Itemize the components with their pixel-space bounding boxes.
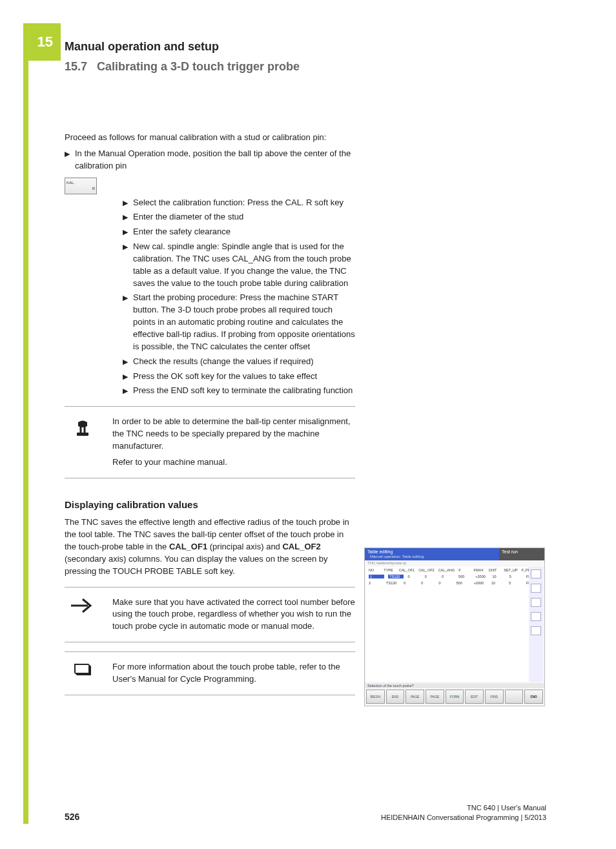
sub-step: ▶New cal. spindle angle: Spindle angle t… xyxy=(123,241,355,289)
note-book-text: For more information about the touch pro… xyxy=(112,661,355,686)
sc-col: FMAX xyxy=(474,568,485,572)
sc-cell: 500 xyxy=(457,581,470,585)
note-arrow: Make sure that you have activated the co… xyxy=(65,587,355,643)
softkey-label-top: KAL. xyxy=(67,180,75,186)
sc-cell: 0 xyxy=(442,575,455,578)
sc-cell: 5 xyxy=(509,581,522,585)
bullet-icon: ▶ xyxy=(123,197,133,209)
sc-side-button xyxy=(531,598,541,607)
sc-softkey: END xyxy=(386,690,405,704)
machine-icon xyxy=(65,416,101,440)
sc-header-row: NO TYPE CAL_OF1 CAL_OF2 CAL_ANG F FMAX D… xyxy=(366,567,543,573)
sc-cell: 10 xyxy=(491,581,505,585)
sub-step: ▶Enter the diameter of the stud xyxy=(123,211,355,223)
tnc-screenshot: Table editing Manual operation: Table ed… xyxy=(364,547,545,706)
body-column: Proceed as follows for manual calibratio… xyxy=(65,132,355,695)
sc-col: NO xyxy=(369,568,380,572)
main-step: ▶ In the Manual Operation mode, position… xyxy=(65,148,355,172)
sc-cell: 0 xyxy=(421,581,435,585)
sc-side-button xyxy=(531,584,541,593)
bullet-icon: ▶ xyxy=(123,226,133,238)
sc-softkey: FORM xyxy=(446,690,464,704)
sc-softkey-row: BEGIN END PAGE PAGE FORM EDIT FIND END xyxy=(365,690,544,705)
footer-right: TNC 640 | User's Manual HEIDENHAIN Conve… xyxy=(381,803,546,822)
sc-softkey-end: END xyxy=(524,690,543,704)
book-icon xyxy=(65,661,101,678)
cal-of2: CAL_OF2 xyxy=(282,542,320,551)
softkey-row: KAL. R xyxy=(65,178,355,194)
section-title: 15.7 Calibrating a 3-D touch trigger pro… xyxy=(65,60,546,74)
chapter-title: Manual operation and setup xyxy=(65,40,546,54)
softkey-label-r: R xyxy=(92,186,95,192)
sc-cell: 2 xyxy=(369,581,382,585)
sc-side-button xyxy=(531,612,541,621)
sub-step-text: Start the probing procedure: Press the m… xyxy=(133,292,355,353)
sc-softkey: BEGIN xyxy=(366,690,385,704)
note1-p1: In order to be able to determine the bal… xyxy=(112,416,355,453)
sc-cell: TS120 xyxy=(388,575,404,578)
sc-path: TNC:\table\tchprobe.tp xyxy=(365,560,544,566)
sc-cell: +2000 xyxy=(475,575,488,578)
bullet-icon: ▶ xyxy=(123,292,133,353)
bullet-icon: ▶ xyxy=(123,211,133,223)
sc-body: NO TYPE CAL_OF1 CAL_OF2 CAL_ANG F FMAX D… xyxy=(366,567,543,682)
sub-step: ▶Start the probing procedure: Press the … xyxy=(123,292,355,353)
page-footer: 526 TNC 640 | User's Manual HEIDENHAIN C… xyxy=(65,803,546,822)
sub-step: ▶Select the calibration function: Press … xyxy=(123,197,355,209)
sc-sidebar xyxy=(529,567,543,682)
sc-cell: 0 xyxy=(425,575,438,578)
sc-cell: 1 xyxy=(369,575,384,578)
section-number: 15.7 xyxy=(65,60,87,73)
sub-step-text: Select the calibration function: Press t… xyxy=(133,197,355,209)
sc-softkey: FIND xyxy=(485,690,504,704)
sc-col: CAL_OF2 xyxy=(418,568,434,572)
sc-softkey: PAGE xyxy=(406,690,424,704)
subheading: Displaying calibration values xyxy=(65,498,355,512)
sc-row-1: 1 TS120 0 0 0 500 +2000 10 5 FMAX_P xyxy=(366,573,543,580)
sc-side-button xyxy=(531,626,541,635)
sc-cell: 0 xyxy=(407,575,420,578)
display-para-post: (secondary axis) columns. You can displa… xyxy=(65,554,328,576)
sub-step: ▶Check the results (change the values if… xyxy=(123,356,355,368)
sub-step-text: Check the results (change the values if … xyxy=(133,356,355,368)
cal-of1: CAL_OF1 xyxy=(169,542,207,551)
bullet-icon: ▶ xyxy=(123,385,133,397)
sub-step: ▶Enter the safety clearance xyxy=(123,226,355,238)
sub-step-text: Enter the safety clearance xyxy=(133,226,355,238)
arrow-right-icon xyxy=(65,597,101,615)
bullet-icon: ▶ xyxy=(65,148,75,172)
sc-cell: 500 xyxy=(458,575,471,578)
sc-side-button xyxy=(531,569,541,578)
note-book: For more information about the touch pro… xyxy=(65,651,355,695)
svg-rect-0 xyxy=(77,433,88,436)
sc-cell: 0 xyxy=(404,581,417,585)
sc-softkey: EDIT xyxy=(465,690,484,704)
sc-col: CAL_OF1 xyxy=(399,568,415,572)
sub-step-text: New cal. spindle angle: Spindle angle th… xyxy=(133,241,355,289)
display-paragraph: The TNC saves the effective length and e… xyxy=(65,517,355,577)
sc-softkey xyxy=(505,690,524,704)
sc-title-right: Test run xyxy=(499,548,544,560)
sc-head: Table editing Manual operation: Table ed… xyxy=(365,548,544,560)
sc-cell: TS120 xyxy=(386,581,400,585)
sub-step-text: Press the END soft key to terminate the … xyxy=(133,385,355,397)
sc-cell: 0 xyxy=(438,581,452,585)
sc-col: F xyxy=(458,568,469,572)
note-machine-prep: In order to be able to determine the bal… xyxy=(65,406,355,478)
sub-step-text: Enter the diameter of the stud xyxy=(133,211,355,223)
sc-col: TYPE xyxy=(384,568,395,572)
side-strip xyxy=(23,23,28,824)
sub-step: ▶Press the END soft key to terminate the… xyxy=(123,385,355,397)
sc-col: CAL_ANG xyxy=(438,568,455,572)
sc-softkey: PAGE xyxy=(426,690,444,704)
note-arrow-text: Make sure that you have activated the co… xyxy=(112,597,355,633)
sc-subtitle: Manual operation: Table editing xyxy=(367,554,497,559)
sc-title-left: Table editing Manual operation: Table ed… xyxy=(365,548,499,560)
page-number: 526 xyxy=(65,812,79,822)
sc-row-2: 2 TS120 0 0 0 500 +2000 10 5 FMAX_P xyxy=(366,580,543,586)
intro-paragraph: Proceed as follows for manual calibratio… xyxy=(65,132,355,144)
sub-step: ▶Press the OK soft key for the values to… xyxy=(123,371,355,383)
bullet-icon: ▶ xyxy=(123,241,133,289)
chapter-tab: 15 xyxy=(23,23,61,61)
bullet-icon: ▶ xyxy=(123,356,133,368)
